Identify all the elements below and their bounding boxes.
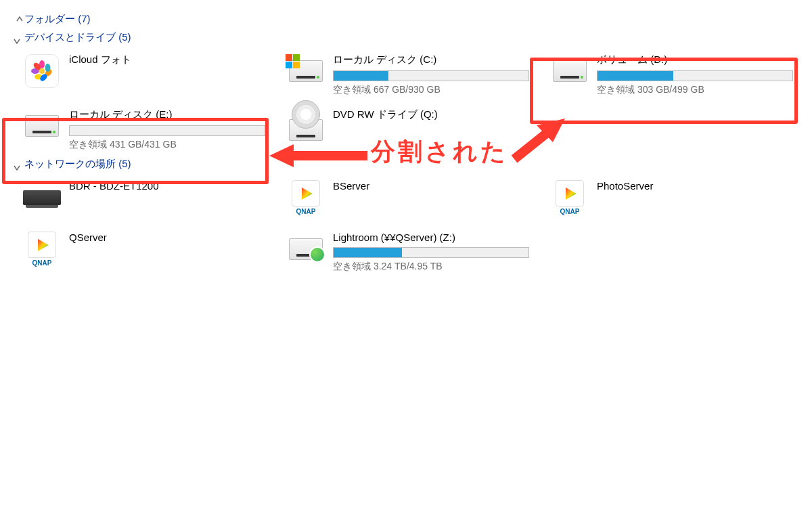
svg-rect-10 (293, 54, 300, 61)
drive-item-dvd[interactable]: DVD RW ドライブ (Q:) (284, 104, 541, 154)
capacity-bar (597, 70, 793, 81)
network-grid: BDR - BDZ-ET1200 QNAP BServer QNAP Photo… (14, 176, 798, 276)
drive-icon (23, 107, 61, 145)
section-label: ネットワークの場所 (5) (24, 158, 131, 171)
drive-free-space: 空き領域 3.24 TB/4.95 TB (333, 261, 539, 273)
drive-title: ローカル ディスク (C:) (333, 53, 539, 66)
network-title: PhotoServer (597, 180, 803, 192)
svg-rect-9 (286, 54, 292, 61)
drive-free-space: 空き領域 303 GB/499 GB (597, 84, 803, 96)
dvd-drive-icon (287, 107, 325, 145)
drive-item-d[interactable]: ボリューム (D:) 空き領域 303 GB/499 GB (548, 49, 805, 99)
network-item-bserver[interactable]: QNAP BServer (284, 176, 541, 222)
drive-item-icloud[interactable]: iCloud フォト (20, 49, 277, 99)
chevron-down-icon (14, 35, 19, 41)
bdr-device-icon (23, 179, 61, 217)
devices-grid: iCloud フォト ローカル ディスク (C:) 空き領域 667 GB/93… (14, 49, 798, 154)
svg-rect-12 (293, 62, 300, 68)
network-title: QServer (69, 232, 275, 243)
network-title: BDR - BDZ-ET1200 (69, 180, 275, 192)
qnap-icon: QNAP (551, 179, 589, 217)
drive-title: ボリューム (D:) (597, 53, 803, 66)
drive-icon (551, 52, 589, 90)
drive-free-space: 空き領域 667 GB/930 GB (333, 84, 539, 96)
qnap-icon: QNAP (287, 179, 325, 217)
network-item-photoserver[interactable]: QNAP PhotoServer (548, 176, 805, 222)
drive-title: ローカル ディスク (E:) (69, 108, 275, 121)
drive-item-e[interactable]: ローカル ディスク (E:) 空き領域 431 GB/431 GB (20, 104, 277, 154)
capacity-bar (333, 247, 529, 258)
drive-title: DVD RW ドライブ (Q:) (333, 108, 539, 121)
section-label: フォルダー (7) (24, 13, 91, 26)
network-title: BServer (333, 180, 539, 192)
drive-free-space: 空き領域 431 GB/431 GB (69, 139, 275, 151)
section-label: デバイスとドライブ (5) (24, 31, 131, 44)
drive-item-c[interactable]: ローカル ディスク (C:) 空き領域 667 GB/930 GB (284, 49, 541, 99)
svg-point-5 (45, 64, 51, 72)
chevron-down-icon (14, 162, 19, 167)
system-drive-icon (287, 52, 325, 90)
svg-point-0 (39, 68, 45, 74)
network-item-qserver[interactable]: QNAP QServer (20, 227, 277, 276)
capacity-bar (69, 125, 265, 136)
drive-title: iCloud フォト (69, 53, 275, 66)
section-header-network[interactable]: ネットワークの場所 (5) (14, 158, 798, 171)
svg-marker-13 (302, 188, 313, 200)
section-header-folders[interactable]: フォルダー (7) (14, 13, 798, 26)
network-item-lightroom[interactable]: Lightroom (¥¥QServer) (Z:) 空き領域 3.24 TB/… (284, 227, 541, 276)
section-header-devices[interactable]: デバイスとドライブ (5) (14, 31, 798, 44)
svg-marker-15 (38, 239, 49, 251)
network-item-bdr[interactable]: BDR - BDZ-ET1200 (20, 176, 277, 222)
qnap-icon: QNAP (23, 230, 61, 268)
chevron-right-icon (14, 17, 19, 22)
capacity-bar (333, 70, 529, 81)
icloud-photos-icon (23, 52, 61, 90)
drive-title: Lightroom (¥¥QServer) (Z:) (333, 232, 539, 243)
network-drive-icon (287, 230, 325, 268)
svg-rect-11 (286, 62, 292, 68)
svg-marker-14 (566, 188, 577, 200)
